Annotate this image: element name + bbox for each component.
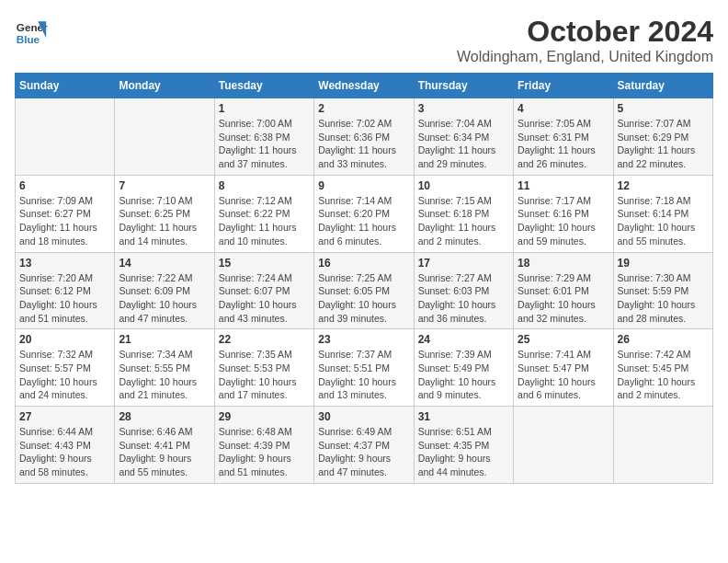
day-number: 15 (219, 257, 310, 270)
day-number: 7 (119, 179, 210, 192)
day-number: 1 (219, 102, 310, 115)
day-cell: 28Sunrise: 6:46 AM Sunset: 4:41 PM Dayli… (115, 407, 214, 484)
day-number: 4 (518, 102, 609, 115)
day-cell: 3Sunrise: 7:04 AM Sunset: 6:34 PM Daylig… (414, 98, 513, 176)
day-cell (16, 98, 115, 176)
day-number: 18 (518, 257, 609, 270)
day-number: 22 (219, 333, 310, 346)
day-detail: Sunrise: 7:39 AM Sunset: 5:49 PM Dayligh… (418, 348, 509, 402)
day-number: 6 (19, 179, 110, 192)
weekday-header-tuesday: Tuesday (214, 74, 313, 98)
day-cell: 4Sunrise: 7:05 AM Sunset: 6:31 PM Daylig… (514, 98, 613, 176)
day-cell: 17Sunrise: 7:27 AM Sunset: 6:03 PM Dayli… (414, 252, 513, 329)
weekday-header-monday: Monday (115, 74, 214, 98)
day-cell: 13Sunrise: 7:20 AM Sunset: 6:12 PM Dayli… (16, 252, 115, 329)
day-cell: 30Sunrise: 6:49 AM Sunset: 4:37 PM Dayli… (314, 407, 414, 484)
month-title: October 2024 (457, 15, 713, 49)
title-area: October 2024 Woldingham, England, United… (457, 15, 713, 65)
weekday-header-saturday: Saturday (613, 74, 712, 98)
day-detail: Sunrise: 7:04 AM Sunset: 6:34 PM Dayligh… (418, 117, 509, 171)
day-cell: 21Sunrise: 7:34 AM Sunset: 5:55 PM Dayli… (115, 329, 214, 407)
day-number: 19 (618, 257, 709, 270)
location-subtitle: Woldingham, England, United Kingdom (457, 49, 713, 65)
day-number: 14 (119, 257, 210, 270)
day-detail: Sunrise: 6:44 AM Sunset: 4:43 PM Dayligh… (19, 425, 110, 479)
day-cell: 15Sunrise: 7:24 AM Sunset: 6:07 PM Dayli… (214, 252, 313, 329)
weekday-header-wednesday: Wednesday (314, 74, 414, 98)
day-number: 21 (119, 333, 210, 346)
day-number: 20 (19, 333, 110, 346)
day-detail: Sunrise: 7:30 AM Sunset: 5:59 PM Dayligh… (618, 271, 709, 326)
day-cell: 19Sunrise: 7:30 AM Sunset: 5:59 PM Dayli… (613, 252, 712, 329)
day-detail: Sunrise: 7:18 AM Sunset: 6:14 PM Dayligh… (618, 194, 709, 248)
day-detail: Sunrise: 7:35 AM Sunset: 5:53 PM Dayligh… (219, 348, 310, 402)
day-number: 11 (518, 179, 609, 192)
day-cell: 12Sunrise: 7:18 AM Sunset: 6:14 PM Dayli… (613, 175, 712, 252)
week-row-4: 20Sunrise: 7:32 AM Sunset: 5:57 PM Dayli… (16, 329, 713, 407)
day-cell: 10Sunrise: 7:15 AM Sunset: 6:18 PM Dayli… (414, 175, 513, 252)
day-detail: Sunrise: 7:15 AM Sunset: 6:18 PM Dayligh… (418, 194, 509, 248)
header: General Blue October 2024 Woldingham, En… (15, 15, 713, 65)
day-cell: 25Sunrise: 7:41 AM Sunset: 5:47 PM Dayli… (514, 329, 613, 407)
weekday-header-row: SundayMondayTuesdayWednesdayThursdayFrid… (16, 74, 713, 98)
day-detail: Sunrise: 7:05 AM Sunset: 6:31 PM Dayligh… (518, 117, 609, 171)
day-detail: Sunrise: 7:02 AM Sunset: 6:36 PM Dayligh… (318, 117, 409, 171)
day-detail: Sunrise: 7:32 AM Sunset: 5:57 PM Dayligh… (19, 348, 110, 402)
day-detail: Sunrise: 7:42 AM Sunset: 5:45 PM Dayligh… (618, 348, 709, 402)
day-number: 9 (318, 179, 409, 192)
day-cell: 2Sunrise: 7:02 AM Sunset: 6:36 PM Daylig… (314, 98, 414, 176)
day-number: 8 (219, 179, 310, 192)
weekday-header-thursday: Thursday (414, 74, 513, 98)
weekday-header-friday: Friday (514, 74, 613, 98)
day-cell: 20Sunrise: 7:32 AM Sunset: 5:57 PM Dayli… (16, 329, 115, 407)
day-number: 16 (318, 257, 409, 270)
day-detail: Sunrise: 6:46 AM Sunset: 4:41 PM Dayligh… (119, 425, 210, 479)
day-number: 23 (318, 333, 409, 346)
day-cell: 29Sunrise: 6:48 AM Sunset: 4:39 PM Dayli… (214, 407, 313, 484)
day-cell: 26Sunrise: 7:42 AM Sunset: 5:45 PM Dayli… (613, 329, 712, 407)
day-cell: 6Sunrise: 7:09 AM Sunset: 6:27 PM Daylig… (16, 175, 115, 252)
day-cell: 11Sunrise: 7:17 AM Sunset: 6:16 PM Dayli… (514, 175, 613, 252)
day-detail: Sunrise: 7:24 AM Sunset: 6:07 PM Dayligh… (219, 271, 310, 326)
day-number: 25 (518, 333, 609, 346)
day-detail: Sunrise: 7:27 AM Sunset: 6:03 PM Dayligh… (418, 271, 509, 326)
day-cell: 8Sunrise: 7:12 AM Sunset: 6:22 PM Daylig… (214, 175, 313, 252)
day-cell: 5Sunrise: 7:07 AM Sunset: 6:29 PM Daylig… (613, 98, 712, 176)
day-number: 2 (318, 102, 409, 115)
day-number: 29 (219, 410, 310, 423)
day-detail: Sunrise: 7:41 AM Sunset: 5:47 PM Dayligh… (518, 348, 609, 402)
day-detail: Sunrise: 7:10 AM Sunset: 6:25 PM Dayligh… (119, 194, 210, 248)
day-cell: 18Sunrise: 7:29 AM Sunset: 6:01 PM Dayli… (514, 252, 613, 329)
day-detail: Sunrise: 7:34 AM Sunset: 5:55 PM Dayligh… (119, 348, 210, 402)
day-cell (514, 407, 613, 484)
day-number: 27 (19, 410, 110, 423)
day-number: 17 (418, 257, 509, 270)
day-number: 12 (618, 179, 709, 192)
week-row-3: 13Sunrise: 7:20 AM Sunset: 6:12 PM Dayli… (16, 252, 713, 329)
day-detail: Sunrise: 7:20 AM Sunset: 6:12 PM Dayligh… (19, 271, 110, 326)
day-cell: 27Sunrise: 6:44 AM Sunset: 4:43 PM Dayli… (16, 407, 115, 484)
weekday-header-sunday: Sunday (16, 74, 115, 98)
day-detail: Sunrise: 7:17 AM Sunset: 6:16 PM Dayligh… (518, 194, 609, 248)
day-detail: Sunrise: 7:37 AM Sunset: 5:51 PM Dayligh… (318, 348, 409, 402)
day-number: 30 (318, 410, 409, 423)
week-row-5: 27Sunrise: 6:44 AM Sunset: 4:43 PM Dayli… (16, 407, 713, 484)
day-cell (115, 98, 214, 176)
logo: General Blue (15, 15, 48, 48)
day-detail: Sunrise: 6:48 AM Sunset: 4:39 PM Dayligh… (219, 425, 310, 479)
day-cell: 9Sunrise: 7:14 AM Sunset: 6:20 PM Daylig… (314, 175, 414, 252)
day-cell: 16Sunrise: 7:25 AM Sunset: 6:05 PM Dayli… (314, 252, 414, 329)
day-number: 26 (618, 333, 709, 346)
day-detail: Sunrise: 7:00 AM Sunset: 6:38 PM Dayligh… (219, 117, 310, 171)
day-cell: 24Sunrise: 7:39 AM Sunset: 5:49 PM Dayli… (414, 329, 513, 407)
day-detail: Sunrise: 7:22 AM Sunset: 6:09 PM Dayligh… (119, 271, 210, 326)
day-cell (613, 407, 712, 484)
day-cell: 7Sunrise: 7:10 AM Sunset: 6:25 PM Daylig… (115, 175, 214, 252)
week-row-2: 6Sunrise: 7:09 AM Sunset: 6:27 PM Daylig… (16, 175, 713, 252)
day-cell: 31Sunrise: 6:51 AM Sunset: 4:35 PM Dayli… (414, 407, 513, 484)
day-detail: Sunrise: 7:07 AM Sunset: 6:29 PM Dayligh… (618, 117, 709, 171)
calendar-table: SundayMondayTuesdayWednesdayThursdayFrid… (15, 73, 713, 484)
day-number: 13 (19, 257, 110, 270)
svg-text:Blue: Blue (17, 33, 40, 45)
day-detail: Sunrise: 7:29 AM Sunset: 6:01 PM Dayligh… (518, 271, 609, 326)
